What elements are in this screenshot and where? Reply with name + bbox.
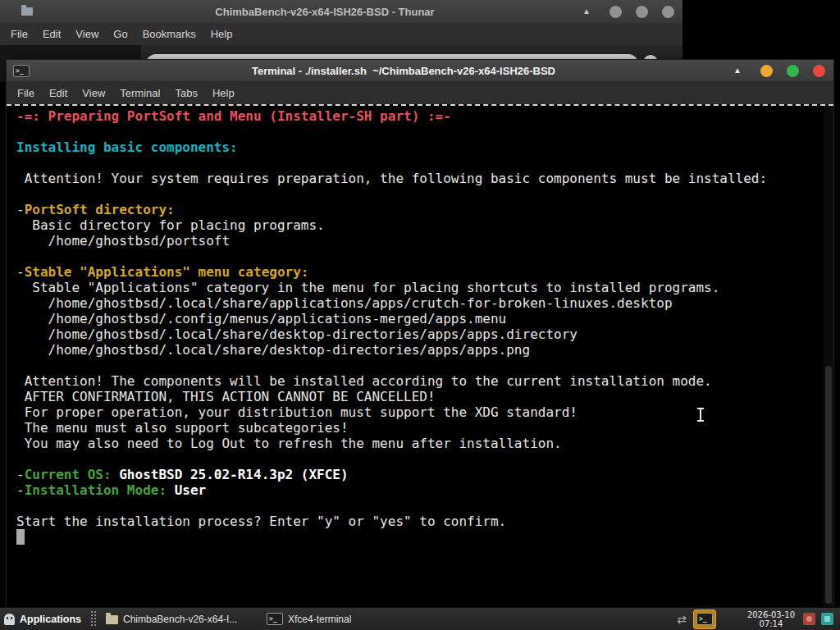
terminal-menu-view[interactable]: View — [75, 87, 112, 99]
taskbar-window-label-thunar: ChimbaBench-v26-x64-I... — [123, 614, 237, 625]
terminal-window-title: Terminal - ./installer.sh ~/ChimbaBench-… — [80, 65, 727, 77]
tray-red-icon[interactable] — [803, 613, 815, 625]
thunar-minimize-button[interactable] — [609, 6, 622, 18]
terminal-icon: >_ — [696, 613, 713, 625]
thunar-menu-view[interactable]: View — [68, 28, 106, 40]
applications-menu-button[interactable]: Applications — [0, 608, 88, 630]
terminal-menu-file[interactable]: File — [10, 87, 42, 99]
thunar-maximize-button[interactable] — [636, 6, 648, 18]
clock-date: 2026-03-10 — [747, 610, 795, 619]
taskbar-window-button-thunar[interactable]: ChimbaBench-v26-x64-I... — [99, 609, 258, 629]
terminal-icon: >_ — [267, 613, 283, 625]
clock-time: 07:14 — [747, 619, 795, 628]
thunar-window-title: ChimbaBench-v26-x64-ISH26-BSD - Thunar — [74, 6, 576, 18]
terminal-menu-help[interactable]: Help — [205, 87, 242, 99]
thunar-menubar: File Edit View Go Bookmarks Help — [0, 23, 682, 45]
taskbar: Applications ChimbaBench-v26-x64-I... >_… — [0, 607, 840, 630]
terminal-maximize-button[interactable] — [787, 65, 799, 77]
panel-drag-handle[interactable] — [90, 610, 96, 628]
panel-arrows-icon[interactable]: ⇄ — [677, 613, 687, 626]
terminal-minimize-button[interactable] — [760, 65, 773, 77]
terminal-scrollbar-handle[interactable] — [825, 366, 832, 604]
thunar-titlebar[interactable]: ChimbaBench-v26-x64-ISH26-BSD - Thunar ▲ — [0, 0, 682, 23]
clock[interactable]: 2026-03-10 07:14 — [747, 610, 795, 628]
thunar-menu-file[interactable]: File — [3, 28, 35, 40]
thunar-menu-go[interactable]: Go — [106, 28, 135, 40]
mouse-cursor — [697, 408, 704, 422]
thunar-titlebar-buttons: ▲ — [582, 0, 674, 23]
taskbar-window-label-terminal: Xfce4-terminal — [288, 614, 351, 625]
terminal-scrollbar[interactable] — [824, 107, 833, 607]
applications-menu-icon — [4, 614, 15, 625]
thunar-shade-button[interactable]: ▲ — [582, 7, 591, 16]
terminal-menu-tabs[interactable]: Tabs — [167, 87, 204, 99]
terminal-menubar: File Edit View Terminal Tabs Help — [7, 81, 833, 104]
terminal-window-icon: >_ — [13, 65, 30, 77]
terminal-menu-edit[interactable]: Edit — [42, 87, 75, 99]
tray-teal-icon[interactable] — [821, 613, 833, 625]
thunar-close-button[interactable] — [662, 6, 674, 18]
thunar-menu-bookmarks[interactable]: Bookmarks — [135, 28, 203, 40]
terminal-output: -=: Preparing PortSoft and Menu (Install… — [7, 106, 833, 545]
terminal-content[interactable]: -=: Preparing PortSoft and Menu (Install… — [7, 104, 833, 607]
applications-menu-label: Applications — [20, 614, 81, 625]
folder-icon — [106, 615, 118, 624]
terminal-close-button[interactable] — [813, 65, 825, 77]
thunar-menu-help[interactable]: Help — [203, 28, 240, 40]
focused-window-indicator[interactable]: >_ — [693, 609, 716, 629]
terminal-menu-terminal[interactable]: Terminal — [112, 87, 167, 99]
terminal-window: >_ Terminal - ./installer.sh ~/ChimbaBen… — [7, 60, 833, 607]
taskbar-window-button-terminal[interactable]: >_ Xfce4-terminal — [260, 609, 358, 629]
system-tray — [803, 613, 833, 625]
terminal-titlebar[interactable]: >_ Terminal - ./installer.sh ~/ChimbaBen… — [7, 60, 833, 81]
thunar-window-folder-icon — [21, 7, 33, 16]
thunar-menu-edit[interactable]: Edit — [35, 28, 68, 40]
terminal-titlebar-buttons: ▲ — [733, 60, 825, 81]
terminal-shade-button[interactable]: ▲ — [733, 66, 742, 75]
desktop: ChimbaBench-v26-x64-ISH26-BSD - Thunar ▲… — [0, 0, 840, 630]
